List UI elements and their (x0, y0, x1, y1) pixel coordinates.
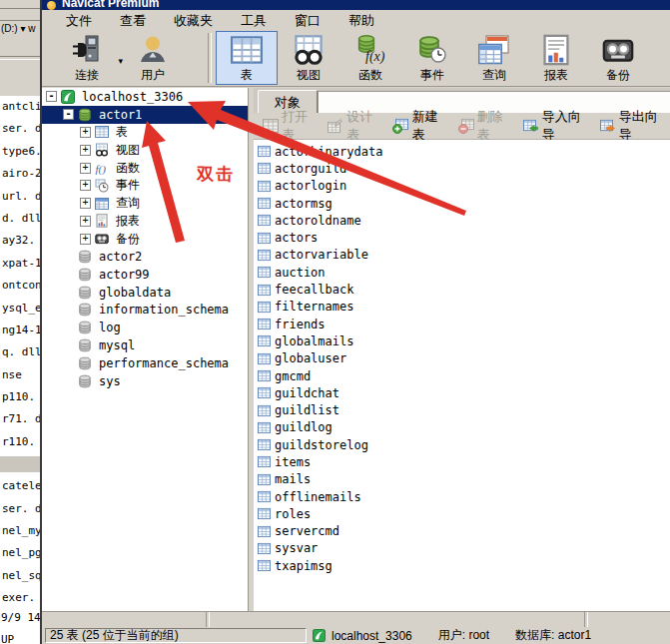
table-name: items (275, 455, 311, 469)
tree-item-events[interactable]: 事件 (42, 177, 248, 195)
tree-item-label: 事件 (114, 177, 142, 194)
report-icon (540, 34, 572, 66)
table-row[interactable]: friends (254, 316, 670, 332)
expand-plus-icon[interactable] (80, 127, 91, 138)
table-row[interactable]: filternames (254, 299, 670, 316)
expand-minus-icon[interactable] (46, 91, 57, 102)
table-row[interactable]: sysvar (254, 540, 670, 557)
expand-minus-icon[interactable] (63, 109, 74, 120)
expand-plus-icon[interactable] (80, 216, 91, 227)
table-row[interactable]: actormsg (254, 195, 670, 212)
table-row[interactable]: auction (254, 264, 670, 281)
table-row[interactable]: actorguild (254, 160, 670, 177)
tree-item-database[interactable]: information_schema (42, 302, 248, 320)
menu-view[interactable]: 查看 (106, 10, 160, 32)
file-name-fragment: UP (1, 633, 14, 644)
table-row[interactable]: globaluser (254, 350, 670, 367)
reports-button[interactable]: 报表 (525, 31, 587, 85)
table-row[interactable]: globalmails (254, 332, 670, 349)
file-name-fragment: nel_pgs (0, 542, 40, 564)
table-row[interactable]: mails (254, 471, 670, 488)
table-row[interactable]: offlinemails (254, 488, 670, 505)
views-button[interactable]: 视图 (278, 31, 339, 85)
expand-plus-icon[interactable] (80, 198, 91, 209)
tree-item-database[interactable]: sys (42, 372, 248, 390)
database-icon (78, 286, 92, 300)
table-row[interactable]: servercmd (254, 523, 670, 540)
tree-item-tables[interactable]: 表 (42, 124, 248, 142)
table-icon (258, 145, 271, 158)
tree-item-database[interactable]: actor2 (42, 248, 248, 266)
toolbar-separator (208, 33, 212, 83)
tree-item-views[interactable]: 视图 (42, 141, 248, 159)
queries-button[interactable]: 查询 (463, 31, 525, 85)
backup-button[interactable]: 备份 (587, 31, 649, 85)
table-icon (258, 197, 271, 210)
table-row[interactable]: actors (254, 229, 670, 246)
tree-item-database[interactable]: log (42, 319, 248, 336)
table-row[interactable]: actorlogin (254, 178, 670, 195)
file-name-fragment: exer. dl (0, 587, 40, 609)
table-row[interactable]: roles (254, 505, 670, 522)
expand-plus-icon[interactable] (80, 180, 91, 191)
tree-item-label: sys (97, 374, 123, 388)
table-row[interactable]: guildlog (254, 419, 670, 436)
table-row[interactable]: guildchat (254, 384, 670, 401)
status-bar: 25 表 (25 位于当前的组) localhost_3306 用户: root… (42, 627, 670, 644)
tree-item-reports[interactable]: 报表 (42, 213, 248, 231)
table-name: actorguild (275, 162, 346, 176)
connection-button[interactable]: ▾ 连接 (52, 31, 122, 85)
file-name-fragment: q. dll (0, 341, 40, 363)
table-row[interactable]: actorvariable (254, 247, 670, 264)
tree-item-label: globaldata (97, 286, 173, 300)
file-name-fragment: ay32. dl (0, 230, 40, 252)
table-row[interactable]: feecallback (254, 281, 670, 298)
expand-plus-icon[interactable] (80, 163, 91, 174)
user-button[interactable]: 用户 (122, 31, 184, 85)
table-name: guildstorelog (275, 438, 368, 452)
expand-plus-icon[interactable] (80, 145, 91, 156)
button-label: 打开表 (282, 108, 316, 144)
table-name: guildchat (275, 386, 339, 400)
title-bar[interactable]: Navicat Premium (42, 0, 670, 10)
table-row[interactable]: actoroldname (254, 212, 670, 229)
table-row[interactable]: gmcmd (254, 367, 670, 384)
tree-item-database[interactable]: mysql (42, 336, 248, 354)
database-icon (78, 268, 92, 282)
table-row[interactable]: guildstorelog (254, 436, 670, 453)
menu-favorites[interactable]: 收藏夹 (160, 10, 227, 32)
menu-help[interactable]: 帮助 (335, 10, 388, 32)
tree-item-label: 视图 (114, 142, 142, 159)
events-button[interactable]: 事件 (401, 31, 463, 85)
table-row[interactable]: guildlist (254, 401, 670, 418)
menu-window[interactable]: 窗口 (281, 10, 335, 32)
view-icon (95, 143, 109, 157)
table-list: actorbinarydata actorguild actorlogin ac… (254, 140, 670, 614)
table-icon (258, 214, 271, 227)
tree-item-label: 报表 (114, 213, 142, 230)
table-row[interactable]: actorbinarydata (254, 143, 670, 160)
menu-file[interactable]: 文件 (52, 10, 106, 32)
table-icon (258, 386, 271, 399)
tree-item-database[interactable]: globaldata (42, 284, 248, 302)
tree-item-backup[interactable]: 备份 (42, 230, 248, 248)
tree-item-queries[interactable]: 查询 (42, 195, 248, 213)
tree-item-database[interactable]: actor99 (42, 266, 248, 284)
tree-item-label: log (97, 321, 123, 334)
tree-item-database[interactable]: performance_schema (42, 354, 248, 372)
background-window-fragment: (D:) ▾ w antclie ser. dll type6. d airo-… (0, 0, 42, 644)
tables-button[interactable]: 表 (216, 31, 278, 85)
table-row[interactable]: txapimsg (254, 557, 670, 574)
tree-item-functions[interactable]: 函数 (42, 159, 248, 177)
backup-icon (95, 232, 109, 246)
expand-plus-icon[interactable] (80, 234, 91, 245)
menu-tools[interactable]: 工具 (227, 10, 281, 32)
tree-item-actor1[interactable]: actor1 (42, 106, 248, 124)
objects-toolbar: 打开表 设计表 新建表 (254, 113, 670, 140)
background-address-fragment: (D:) ▾ w (1, 23, 41, 34)
svg-text:f(x): f(x) (365, 49, 385, 65)
table-row[interactable]: items (254, 453, 670, 470)
table-name: sysvar (275, 541, 318, 555)
functions-button[interactable]: f(x) 函数 (339, 31, 401, 85)
tree-item-localhost[interactable]: localhost_3306 (42, 88, 248, 106)
